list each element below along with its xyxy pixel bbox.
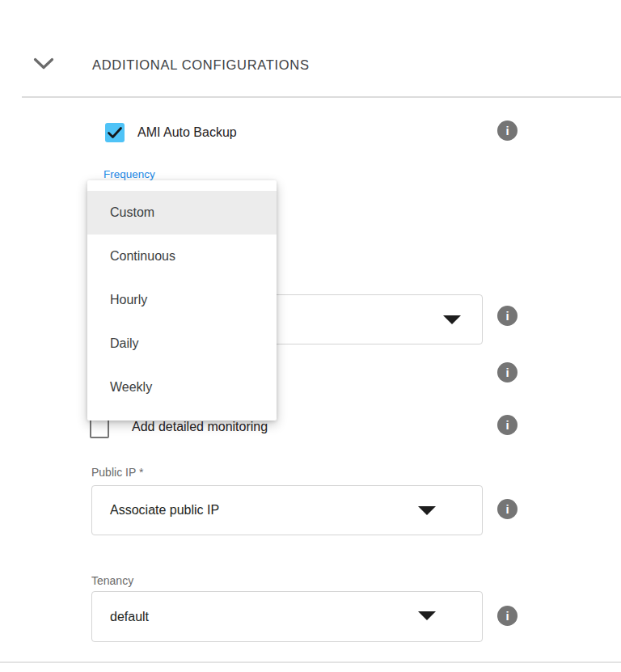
frequency-dropdown-menu: Custom Continuous Hourly Daily Weekly bbox=[87, 180, 277, 421]
info-icon-ami-backup[interactable]: i bbox=[497, 120, 518, 141]
chevron-down-icon[interactable] bbox=[33, 57, 54, 70]
detailed-monitoring-checkbox[interactable] bbox=[90, 419, 109, 438]
info-icon-public-ip[interactable]: i bbox=[497, 499, 518, 519]
dropdown-arrow-icon bbox=[443, 315, 461, 324]
menu-item-custom[interactable]: Custom bbox=[87, 191, 277, 235]
menu-item-weekly[interactable]: Weekly bbox=[87, 366, 277, 409]
checkmark-icon bbox=[105, 123, 125, 142]
ami-auto-backup-checkbox[interactable] bbox=[105, 123, 125, 142]
public-ip-label: Public IP * bbox=[91, 466, 143, 479]
divider bbox=[22, 96, 621, 98]
dropdown-arrow-icon bbox=[418, 611, 436, 620]
info-icon-hidden-row[interactable]: i bbox=[497, 362, 518, 382]
additional-configurations-panel: ADDITIONAL CONFIGURATIONS AMI Auto Backu… bbox=[0, 0, 621, 672]
frequency-field-label: Frequency bbox=[104, 168, 155, 180]
ami-auto-backup-label: AMI Auto Backup bbox=[137, 125, 237, 140]
info-icon-tenancy[interactable]: i bbox=[497, 606, 518, 626]
dropdown-arrow-icon bbox=[418, 506, 436, 515]
menu-item-hourly[interactable]: Hourly bbox=[87, 278, 277, 322]
section-title: ADDITIONAL CONFIGURATIONS bbox=[92, 57, 310, 73]
menu-item-continuous[interactable]: Continuous bbox=[87, 235, 277, 278]
info-icon-detailed-monitoring[interactable]: i bbox=[497, 415, 518, 435]
detailed-monitoring-label: Add detailed monitoring bbox=[132, 418, 268, 436]
info-icon-frequency-field[interactable]: i bbox=[497, 306, 518, 326]
divider bbox=[0, 661, 621, 663]
tenancy-label: Tenancy bbox=[91, 574, 133, 587]
menu-item-daily[interactable]: Daily bbox=[87, 322, 277, 366]
